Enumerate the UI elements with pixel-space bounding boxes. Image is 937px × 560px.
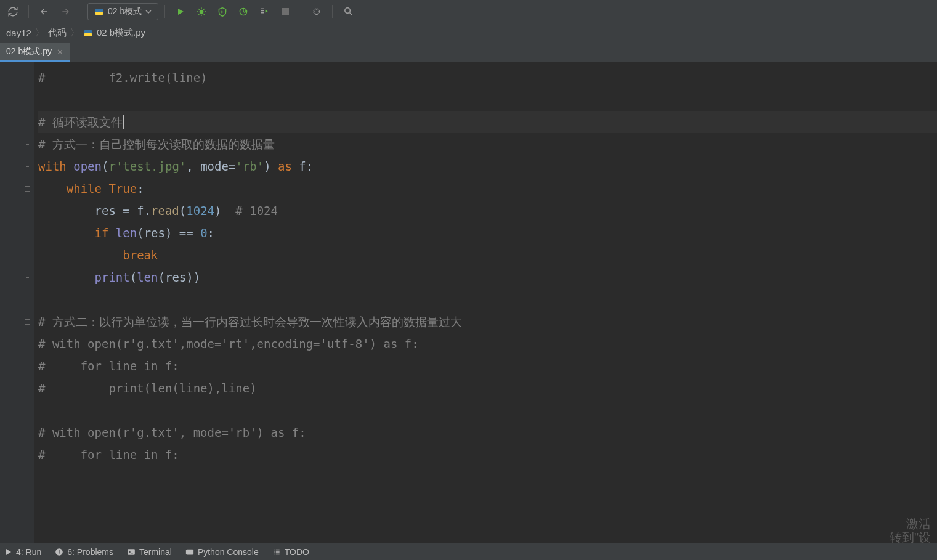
run-icon[interactable] <box>171 3 190 20</box>
tool-python-console[interactable]: Python Console <box>185 547 259 557</box>
svg-rect-11 <box>128 549 135 554</box>
svg-rect-7 <box>84 33 92 36</box>
svg-rect-1 <box>95 12 103 15</box>
concurrent-run-icon[interactable] <box>255 3 274 20</box>
code-area[interactable]: # f2.write(line) # 循环读取文件# 方式一：自己控制每次读取的… <box>34 62 937 543</box>
tool-terminal[interactable]: Terminal <box>127 547 172 557</box>
run-config-label: 02 b模式 <box>108 6 142 17</box>
breadcrumb-item[interactable]: day12 <box>6 28 31 38</box>
svg-rect-12 <box>186 549 193 554</box>
svg-rect-4 <box>282 8 289 15</box>
fold-marker-icon[interactable] <box>25 164 30 169</box>
run-configuration-selector[interactable]: 02 b模式 <box>87 3 158 20</box>
code-editor[interactable]: # f2.write(line) # 循环读取文件# 方式一：自己控制每次读取的… <box>0 62 937 543</box>
breadcrumb: day12 〉 代码 〉 02 b模式.py <box>0 23 937 43</box>
profile-run-icon[interactable] <box>234 3 253 20</box>
terminal-icon <box>127 548 136 556</box>
tool-problems[interactable]: 6: Problems <box>55 547 113 557</box>
separator <box>332 5 333 18</box>
search-icon[interactable] <box>339 3 357 20</box>
close-tab-icon[interactable]: ✕ <box>57 47 63 57</box>
tool-run[interactable]: 4: Run <box>5 547 41 557</box>
back-icon[interactable] <box>35 3 54 20</box>
debug-icon[interactable] <box>192 3 211 20</box>
todo-icon <box>272 548 281 556</box>
fold-marker-icon[interactable] <box>25 275 30 280</box>
fold-marker-icon[interactable] <box>25 186 30 192</box>
svg-point-2 <box>200 9 204 14</box>
breadcrumb-item[interactable]: 02 b模式.py <box>83 27 145 39</box>
svg-point-5 <box>345 8 351 13</box>
separator <box>81 5 81 18</box>
python-file-icon <box>83 28 93 38</box>
chevron-down-icon <box>145 9 152 15</box>
tab-label: 02 b模式.py <box>6 46 52 57</box>
editor-tabs: 02 b模式.py ✕ <box>0 43 937 62</box>
svg-rect-10 <box>59 553 60 554</box>
main-toolbar: 02 b模式 <box>0 0 937 23</box>
chevron-right-icon: 〉 <box>35 27 44 39</box>
sync-icon[interactable] <box>4 3 22 20</box>
fold-marker-icon[interactable] <box>25 142 30 147</box>
settings-icon[interactable] <box>307 3 326 20</box>
python-icon <box>185 548 194 556</box>
breadcrumb-item[interactable]: 代码 <box>48 27 67 39</box>
editor-tab-active[interactable]: 02 b模式.py ✕ <box>0 43 70 62</box>
separator <box>28 5 29 18</box>
separator <box>164 5 165 18</box>
separator <box>301 5 301 18</box>
editor-gutter <box>0 62 34 543</box>
python-file-icon <box>94 7 104 17</box>
warning-icon <box>55 548 63 556</box>
tool-todo[interactable]: TODO <box>272 547 309 557</box>
forward-icon[interactable] <box>56 3 75 20</box>
coverage-run-icon[interactable] <box>213 3 232 20</box>
svg-rect-9 <box>59 550 60 553</box>
fold-marker-icon[interactable] <box>25 319 30 325</box>
chevron-right-icon: 〉 <box>70 27 79 39</box>
run-icon <box>5 548 12 556</box>
stop-icon[interactable] <box>276 3 294 20</box>
tool-window-bar: 4: Run 6: Problems Terminal Python Conso… <box>0 543 937 560</box>
